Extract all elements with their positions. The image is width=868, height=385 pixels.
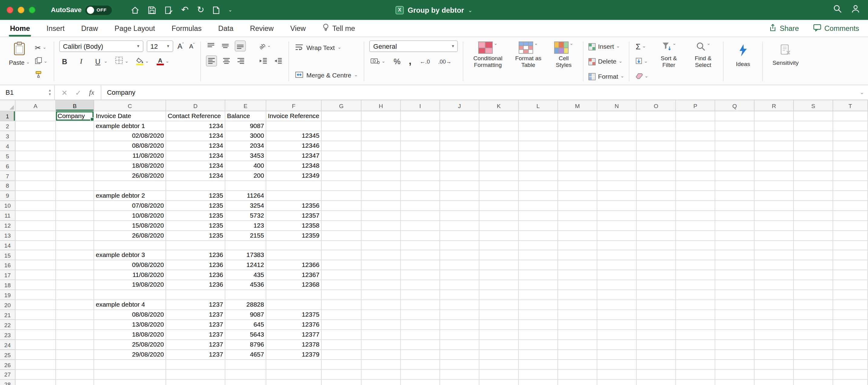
row-header-26[interactable]: 26 (0, 360, 16, 369)
cell-A10[interactable] (16, 201, 56, 211)
column-header-Q[interactable]: Q (715, 100, 754, 111)
cell-K2[interactable] (479, 121, 519, 131)
accounting-format-button[interactable]: ⌄ (370, 56, 386, 67)
cell-I16[interactable] (401, 260, 440, 270)
cell-R2[interactable] (754, 121, 794, 131)
cell-G27[interactable] (322, 370, 362, 380)
cell-L1[interactable] (519, 111, 558, 121)
cell-E12[interactable]: 123 (225, 220, 266, 231)
cell-E8[interactable] (225, 181, 266, 191)
cell-Q2[interactable] (715, 121, 754, 131)
cell-I11[interactable] (401, 211, 440, 220)
cell-A6[interactable] (16, 161, 56, 171)
cell-T20[interactable] (833, 300, 868, 310)
cell-J23[interactable] (440, 330, 479, 340)
cell-Q27[interactable] (715, 370, 754, 380)
cell-P16[interactable] (676, 260, 715, 270)
cell-P24[interactable] (676, 340, 715, 350)
row-header-12[interactable]: 12 (0, 220, 16, 231)
cell-I17[interactable] (401, 270, 440, 280)
column-header-K[interactable]: K (479, 100, 519, 111)
cell-H1[interactable] (361, 111, 401, 121)
cell-O8[interactable] (637, 181, 676, 191)
cell-T23[interactable] (833, 330, 868, 340)
cell-S21[interactable] (794, 310, 833, 320)
cell-J16[interactable] (440, 260, 479, 270)
cell-G2[interactable] (322, 121, 362, 131)
cell-Q24[interactable] (715, 340, 754, 350)
cell-R6[interactable] (754, 161, 794, 171)
column-header-B[interactable]: B (56, 100, 94, 111)
cell-B4[interactable] (56, 141, 94, 151)
cell-A2[interactable] (16, 121, 56, 131)
cell-K28[interactable] (479, 380, 519, 385)
cell-L26[interactable] (519, 360, 558, 369)
cell-K7[interactable] (479, 171, 519, 181)
cell-D11[interactable]: 1235 (166, 211, 225, 220)
cell-S6[interactable] (794, 161, 833, 171)
cell-M4[interactable] (558, 141, 597, 151)
cell-D9[interactable]: 1235 (166, 191, 225, 201)
cell-F27[interactable] (266, 370, 322, 380)
cell-B18[interactable] (56, 280, 94, 290)
cell-M24[interactable] (558, 340, 597, 350)
cell-P23[interactable] (676, 330, 715, 340)
cut-button[interactable]: ✂⌄ (34, 42, 49, 53)
cell-E11[interactable]: 5732 (225, 211, 266, 220)
cell-L27[interactable] (519, 370, 558, 380)
merge-centre-button[interactable]: Merge & Centre ⌄ (294, 69, 359, 81)
cell-O18[interactable] (637, 280, 676, 290)
cell-L22[interactable] (519, 320, 558, 330)
row-header-21[interactable]: 21 (0, 310, 16, 320)
number-format-combo[interactable]: General ▾ (370, 40, 458, 52)
cell-A1[interactable] (16, 111, 56, 121)
cell-M16[interactable] (558, 260, 597, 270)
cell-D1[interactable]: Contact Reference (166, 111, 225, 121)
cell-K16[interactable] (479, 260, 519, 270)
row-header-27[interactable]: 27 (0, 370, 16, 380)
cell-P21[interactable] (676, 310, 715, 320)
ideas-button[interactable]: Ideas (728, 40, 757, 68)
cell-J19[interactable] (440, 290, 479, 300)
cell-A14[interactable] (16, 241, 56, 250)
column-header-R[interactable]: R (754, 100, 794, 111)
cell-C22[interactable]: 13/08/2020 (94, 320, 166, 330)
row-header-23[interactable]: 23 (0, 330, 16, 340)
cell-G21[interactable] (322, 310, 362, 320)
cell-T19[interactable] (833, 290, 868, 300)
cell-I1[interactable] (401, 111, 440, 121)
cell-C6[interactable]: 18/08/2020 (94, 161, 166, 171)
cell-M13[interactable] (558, 231, 597, 241)
italic-button[interactable]: I (76, 56, 87, 67)
cell-R19[interactable] (754, 290, 794, 300)
cell-F17[interactable]: 12367 (266, 270, 322, 280)
cell-A18[interactable] (16, 280, 56, 290)
cell-A24[interactable] (16, 340, 56, 350)
name-box-stepper[interactable]: ▲▼ (45, 85, 55, 100)
cell-T24[interactable] (833, 340, 868, 350)
cell-P13[interactable] (676, 231, 715, 241)
cell-G16[interactable] (322, 260, 362, 270)
row-header-28[interactable]: 28 (0, 380, 16, 385)
cell-O3[interactable] (637, 131, 676, 141)
cell-Q9[interactable] (715, 191, 754, 201)
cell-M18[interactable] (558, 280, 597, 290)
cell-A3[interactable] (16, 131, 56, 141)
cell-J3[interactable] (440, 131, 479, 141)
cell-P20[interactable] (676, 300, 715, 310)
cell-N7[interactable] (597, 171, 637, 181)
cell-F25[interactable]: 12379 (266, 350, 322, 360)
cell-B14[interactable] (56, 241, 94, 250)
tab-insert[interactable]: Insert (46, 20, 64, 37)
cell-H3[interactable] (361, 131, 401, 141)
cell-R12[interactable] (754, 220, 794, 231)
cell-N28[interactable] (597, 380, 637, 385)
cell-E24[interactable]: 8796 (225, 340, 266, 350)
cell-A11[interactable] (16, 211, 56, 220)
tab-tell-me[interactable]: Tell me (322, 20, 355, 37)
cell-M5[interactable] (558, 151, 597, 161)
row-header-17[interactable]: 17 (0, 270, 16, 280)
cell-L28[interactable] (519, 380, 558, 385)
cell-M6[interactable] (558, 161, 597, 171)
cell-J26[interactable] (440, 360, 479, 369)
